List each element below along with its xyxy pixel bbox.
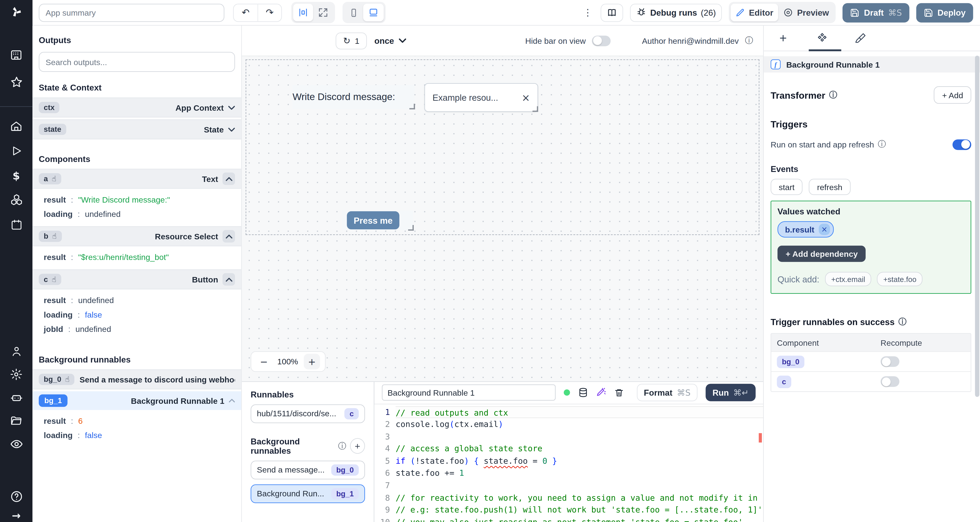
settings-gear-icon[interactable] — [9, 368, 23, 381]
variables-dollar-icon[interactable]: $ — [9, 169, 23, 183]
watched-value-chip[interactable]: b.result × — [778, 221, 834, 237]
folders-icon[interactable] — [9, 414, 23, 428]
home-icon[interactable] — [9, 119, 23, 133]
resource-select-component[interactable]: Example resou... × — [425, 83, 538, 112]
component-c-row[interactable]: c☝ Button — [32, 269, 241, 289]
desktop-view-button[interactable] — [363, 4, 384, 21]
run-button[interactable]: Run ⌘↵ — [705, 384, 756, 401]
resize-handle[interactable] — [409, 103, 415, 109]
info-icon[interactable]: ⓘ — [829, 89, 837, 101]
component-a-row[interactable]: a☝ Text — [32, 169, 241, 189]
favorites-star-icon[interactable] — [9, 75, 23, 89]
trigger-runnables-table: Component Recompute bg_0 c — [771, 333, 971, 392]
add-dependency-button[interactable]: + Add dependency — [778, 246, 866, 262]
format-button[interactable]: Format ⌘S — [637, 384, 698, 401]
chevron-up-icon[interactable] — [229, 399, 235, 403]
centered-layout-button[interactable] — [293, 4, 313, 21]
component-b-row[interactable]: b☝ Resource Select — [32, 226, 241, 246]
scrollbar-thumb[interactable] — [975, 56, 979, 397]
component-badge: bg_0 — [777, 356, 804, 368]
delete-trash-icon[interactable] — [614, 388, 624, 397]
quick-add-state-foo[interactable]: +state.foo — [877, 272, 923, 286]
deploy-button[interactable]: Deploy — [916, 3, 973, 22]
add-transformer-button[interactable]: + Add — [934, 86, 971, 103]
run-on-start-toggle[interactable] — [953, 139, 971, 150]
selected-component-header: f Background Runnable 1 — [764, 56, 980, 73]
preview-eye-icon — [783, 8, 793, 18]
table-row: c — [771, 371, 971, 392]
search-outputs-input[interactable] — [39, 52, 235, 72]
audit-eye-icon[interactable] — [9, 437, 23, 451]
tab-editor[interactable]: Editor — [731, 4, 778, 21]
resize-handle[interactable] — [533, 106, 538, 112]
button-component-wrapper[interactable]: Press me — [342, 210, 413, 230]
hand-pointer-icon: ☝ — [52, 175, 56, 182]
users-icon[interactable] — [9, 344, 23, 358]
text-component[interactable]: Write Discord message: — [293, 85, 414, 109]
collapse-button[interactable] — [223, 172, 235, 185]
frequency-dropdown[interactable]: once — [374, 36, 407, 45]
more-menu-button[interactable]: ⋮ — [581, 7, 594, 18]
code-lines[interactable]: // read outputs and ctxconsole.log(ctx.e… — [396, 404, 763, 522]
collapse-button[interactable] — [223, 230, 235, 242]
bg0-row[interactable]: bg_0☝ Send a message to discord using we… — [32, 369, 241, 389]
ctx-row[interactable]: ctx App Context — [32, 97, 241, 118]
quick-add-ctx-email[interactable]: +ctx.email — [825, 272, 872, 286]
info-icon[interactable]: ⓘ — [898, 316, 907, 328]
tab-preview[interactable]: Preview — [778, 4, 834, 21]
code-area[interactable]: 12345678910 // read outputs and ctxconso… — [374, 404, 763, 522]
hide-bar-toggle[interactable] — [592, 35, 611, 46]
windmill-logo[interactable] — [9, 5, 23, 19]
redo-button[interactable]: ↷ — [258, 4, 281, 21]
chevron-down-icon[interactable] — [228, 127, 235, 132]
tab-insert-plus-icon[interactable]: + — [764, 25, 803, 51]
draft-button[interactable]: Draft ⌘S — [843, 3, 910, 22]
output-field: loading:undefined — [44, 207, 235, 221]
right-panel: + f Background Runnable 1 Transformer — [763, 25, 980, 522]
undo-button[interactable]: ↶ — [234, 4, 258, 21]
runnable-badge: c — [345, 408, 359, 419]
mobile-view-button[interactable] — [344, 4, 363, 21]
info-icon[interactable]: ⓘ — [878, 139, 886, 150]
cache-database-icon[interactable] — [578, 387, 588, 398]
add-runnable-button[interactable]: + — [350, 438, 365, 454]
runnable-badge: bg_0 — [331, 464, 359, 476]
remove-dependency-icon[interactable]: × — [819, 224, 830, 235]
recompute-toggle[interactable] — [881, 376, 899, 387]
info-icon[interactable]: ⓘ — [745, 35, 753, 46]
runnable-item-bg1-selected[interactable]: Background Run... bg_1 — [251, 484, 365, 503]
runs-play-icon[interactable] — [9, 144, 23, 158]
runnable-item-hub[interactable]: hub/1511/discord/se... c — [251, 404, 365, 423]
tab-component-settings[interactable] — [803, 25, 842, 51]
collapse-button[interactable] — [223, 273, 235, 286]
zoom-out-button[interactable]: − — [256, 355, 272, 368]
fullscreen-layout-button[interactable] — [313, 4, 333, 21]
event-chip-refresh[interactable]: refresh — [809, 179, 851, 195]
resize-handle[interactable] — [408, 225, 414, 231]
press-me-button[interactable]: Press me — [347, 211, 399, 229]
app-canvas[interactable]: Write Discord message: Example resou... … — [242, 56, 763, 381]
workers-robot-icon[interactable] — [9, 391, 23, 404]
ai-wand-icon[interactable] — [596, 387, 606, 398]
runnable-name-input[interactable] — [382, 384, 555, 401]
docs-button[interactable] — [601, 3, 624, 22]
runnable-item-bg0[interactable]: Send a message... bg_0 — [251, 460, 365, 479]
expand-icon — [318, 8, 328, 18]
help-icon[interactable] — [9, 489, 23, 503]
tab-styling[interactable] — [841, 25, 880, 51]
chevron-down-icon[interactable] — [228, 105, 235, 110]
info-icon[interactable]: ⓘ — [338, 440, 346, 452]
recompute-toggle[interactable] — [881, 356, 899, 367]
zoom-in-button[interactable]: + — [304, 355, 320, 368]
app-summary-input[interactable] — [39, 3, 224, 22]
event-chip-start[interactable]: start — [771, 179, 803, 195]
schedules-calendar-icon[interactable] — [9, 218, 23, 231]
clear-selection-icon[interactable]: × — [522, 92, 530, 103]
state-row[interactable]: state State — [32, 119, 241, 139]
resources-cubes-icon[interactable] — [9, 193, 23, 207]
apps-building-icon[interactable] — [9, 48, 23, 62]
expand-arrow-icon[interactable]: → — [9, 509, 23, 522]
bg1-row-selected[interactable]: bg_1 Background Runnable 1 — [32, 392, 241, 410]
refresh-button[interactable]: ↻ 1 — [336, 32, 367, 49]
debug-runs-button[interactable]: Debug runs (26) — [630, 3, 722, 22]
